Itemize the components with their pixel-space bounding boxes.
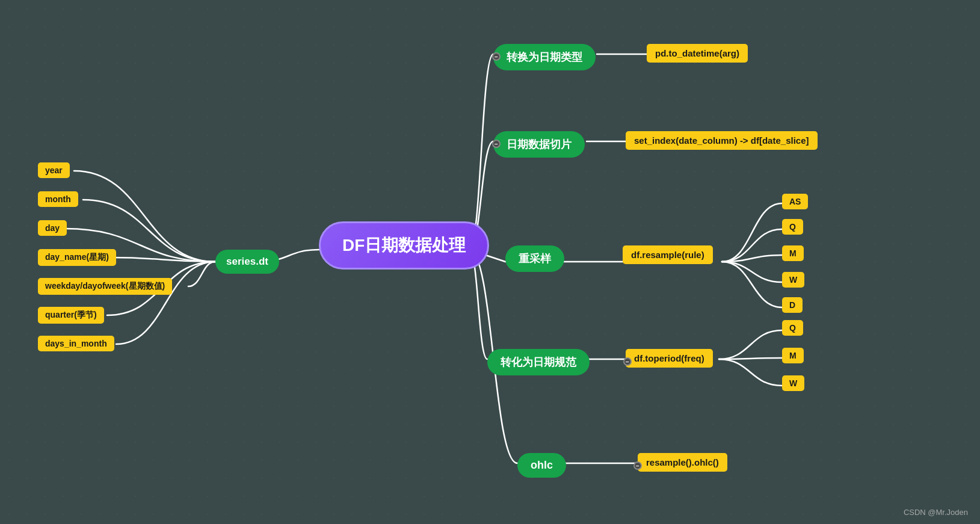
branch-to-period: 转化为日期规范 xyxy=(487,349,590,375)
child-resample-Q: Q xyxy=(782,219,803,235)
left-node-dayname: day_name(星期) xyxy=(38,249,116,266)
collapse-ohlc[interactable]: − xyxy=(633,461,642,470)
child-resample-ohlc: resample().ohlc() xyxy=(638,453,727,472)
child-resample-W: W xyxy=(782,272,804,288)
branch-date-slice: 日期数据切片 xyxy=(493,131,585,158)
child-pd-to-datetime: pd.to_datetime(arg) xyxy=(647,44,748,63)
branch-convert-date: 转换为日期类型 xyxy=(493,44,596,70)
collapse-slice[interactable]: − xyxy=(492,140,501,148)
collapse-toperiod[interactable]: − xyxy=(623,357,632,366)
child-df-resample: df.resample(rule) xyxy=(623,245,713,264)
series-dt-node: series.dt xyxy=(215,250,279,274)
child-resample-D: D xyxy=(782,297,803,313)
child-df-toperiod: df.toperiod(freq) xyxy=(626,349,713,368)
child-toperiod-Q: Q xyxy=(782,320,803,336)
child-resample-M: M xyxy=(782,245,804,261)
child-toperiod-W: W xyxy=(782,375,804,391)
left-node-daysinmonth: days_in_month xyxy=(38,336,114,351)
child-resample-AS: AS xyxy=(782,194,808,209)
left-node-quarter: quarter(季节) xyxy=(38,307,104,324)
left-node-weekday: weekday/dayofweek(星期数值) xyxy=(38,278,172,295)
collapse-convert[interactable]: − xyxy=(492,52,501,61)
branch-resample: 重采样 xyxy=(505,245,564,272)
branch-ohlc: ohlc xyxy=(517,453,566,478)
left-node-day: day xyxy=(38,220,67,236)
left-node-month: month xyxy=(38,191,78,207)
watermark: CSDN @Mr.Joden xyxy=(904,508,968,517)
child-toperiod-M: M xyxy=(782,348,804,363)
child-set-index: set_index(date_column) -> df[date_slice] xyxy=(626,131,818,150)
center-node: DF日期数据处理 xyxy=(319,221,489,270)
left-node-year: year xyxy=(38,162,70,178)
